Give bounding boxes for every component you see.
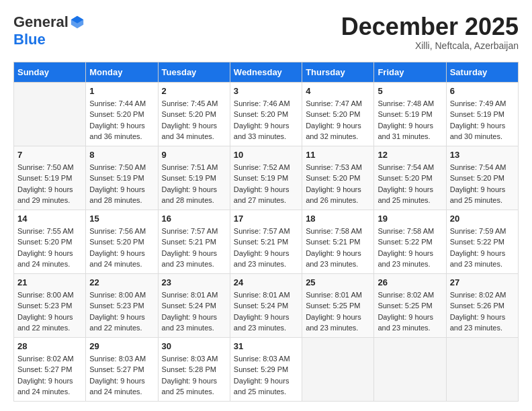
day-number: 5 [378,86,442,96]
day-info: Sunrise: 7:49 AMSunset: 5:19 PMDaylight:… [450,98,515,142]
calendar-cell: 3Sunrise: 7:46 AMSunset: 5:20 PMDaylight… [230,82,302,146]
day-info: Sunrise: 7:56 AMSunset: 5:20 PMDaylight:… [89,226,154,270]
day-number: 10 [234,150,298,160]
calendar-cell: 1Sunrise: 7:44 AMSunset: 5:20 PMDaylight… [86,82,158,146]
calendar-week-row: 7Sunrise: 7:50 AMSunset: 5:19 PMDaylight… [14,146,519,210]
day-number: 26 [378,277,442,287]
day-number: 6 [450,86,515,96]
day-info: Sunrise: 8:01 AMSunset: 5:24 PMDaylight:… [162,289,226,334]
day-info: Sunrise: 7:44 AMSunset: 5:20 PMDaylight:… [89,98,154,142]
logo-blue-text: Blue [13,31,46,48]
day-number: 29 [89,341,154,351]
day-info: Sunrise: 8:01 AMSunset: 5:24 PMDaylight:… [234,289,298,334]
day-header-wednesday: Wednesday [230,62,302,82]
day-info: Sunrise: 7:50 AMSunset: 5:19 PMDaylight:… [89,162,154,206]
calendar-cell: 8Sunrise: 7:50 AMSunset: 5:19 PMDaylight… [86,146,158,210]
calendar-cell: 13Sunrise: 7:54 AMSunset: 5:20 PMDayligh… [446,146,518,210]
day-number: 21 [17,277,82,287]
logo-icon [70,15,85,30]
day-info: Sunrise: 7:54 AMSunset: 5:20 PMDaylight:… [450,162,515,206]
day-info: Sunrise: 7:45 AMSunset: 5:20 PMDaylight:… [162,98,226,142]
calendar-cell: 12Sunrise: 7:54 AMSunset: 5:20 PMDayligh… [374,146,446,210]
location-text: Xilli, Neftcala, Azerbaijan [341,40,519,51]
day-number: 30 [162,341,226,351]
calendar-cell: 5Sunrise: 7:48 AMSunset: 5:19 PMDaylight… [374,82,446,146]
calendar-cell: 7Sunrise: 7:50 AMSunset: 5:19 PMDaylight… [14,146,86,210]
calendar-cell: 2Sunrise: 7:45 AMSunset: 5:20 PMDaylight… [158,82,230,146]
calendar-cell: 10Sunrise: 7:52 AMSunset: 5:19 PMDayligh… [230,146,302,210]
day-number: 23 [162,277,226,287]
day-header-friday: Friday [374,62,446,82]
calendar-cell: 4Sunrise: 7:47 AMSunset: 5:20 PMDaylight… [302,82,374,146]
day-number: 2 [162,86,226,96]
logo: General Blue [13,13,85,48]
day-number: 25 [306,277,370,287]
day-header-monday: Monday [86,62,158,82]
month-title: December 2025 [341,13,519,40]
day-number: 18 [306,214,370,224]
calendar-cell: 21Sunrise: 8:00 AMSunset: 5:23 PMDayligh… [14,273,86,337]
day-info: Sunrise: 8:02 AMSunset: 5:26 PMDaylight:… [450,289,515,334]
day-number: 17 [234,214,298,224]
day-number: 22 [89,277,154,287]
day-info: Sunrise: 8:03 AMSunset: 5:28 PMDaylight:… [162,353,226,398]
day-info: Sunrise: 7:50 AMSunset: 5:19 PMDaylight:… [17,162,82,206]
day-number: 12 [378,150,442,160]
calendar-cell: 23Sunrise: 8:01 AMSunset: 5:24 PMDayligh… [158,273,230,337]
day-info: Sunrise: 7:57 AMSunset: 5:21 PMDaylight:… [162,226,226,270]
calendar-cell: 14Sunrise: 7:55 AMSunset: 5:20 PMDayligh… [14,210,86,273]
day-number: 13 [450,150,515,160]
day-number: 27 [450,277,515,287]
day-number: 20 [450,214,515,224]
calendar-cell: 27Sunrise: 8:02 AMSunset: 5:26 PMDayligh… [446,273,518,337]
calendar-cell: 11Sunrise: 7:53 AMSunset: 5:20 PMDayligh… [302,146,374,210]
day-number: 28 [17,341,82,351]
day-number: 31 [234,341,298,351]
title-block: December 2025 Xilli, Neftcala, Azerbaija… [341,13,519,51]
day-info: Sunrise: 7:54 AMSunset: 5:20 PMDaylight:… [378,162,442,206]
calendar-cell [302,337,374,401]
day-info: Sunrise: 7:51 AMSunset: 5:19 PMDaylight:… [162,162,226,206]
day-info: Sunrise: 7:55 AMSunset: 5:20 PMDaylight:… [17,226,82,270]
day-info: Sunrise: 8:00 AMSunset: 5:23 PMDaylight:… [89,289,154,334]
day-info: Sunrise: 7:52 AMSunset: 5:19 PMDaylight:… [234,162,298,206]
day-header-sunday: Sunday [14,62,86,82]
day-info: Sunrise: 7:53 AMSunset: 5:20 PMDaylight:… [306,162,370,206]
calendar-header-row: SundayMondayTuesdayWednesdayThursdayFrid… [14,62,519,82]
calendar-cell [374,337,446,401]
calendar-week-row: 14Sunrise: 7:55 AMSunset: 5:20 PMDayligh… [14,210,519,273]
calendar-cell: 20Sunrise: 7:59 AMSunset: 5:22 PMDayligh… [446,210,518,273]
day-info: Sunrise: 7:46 AMSunset: 5:20 PMDaylight:… [234,98,298,142]
day-info: Sunrise: 7:59 AMSunset: 5:22 PMDaylight:… [450,226,515,270]
day-number: 11 [306,150,370,160]
day-number: 9 [162,150,226,160]
calendar-week-row: 1Sunrise: 7:44 AMSunset: 5:20 PMDaylight… [14,82,519,146]
calendar-cell: 26Sunrise: 8:02 AMSunset: 5:25 PMDayligh… [374,273,446,337]
calendar-cell: 15Sunrise: 7:56 AMSunset: 5:20 PMDayligh… [86,210,158,273]
day-number: 24 [234,277,298,287]
day-info: Sunrise: 7:48 AMSunset: 5:19 PMDaylight:… [378,98,442,142]
day-info: Sunrise: 8:03 AMSunset: 5:27 PMDaylight:… [89,353,154,398]
calendar-cell: 28Sunrise: 8:02 AMSunset: 5:27 PMDayligh… [14,337,86,401]
day-header-saturday: Saturday [446,62,518,82]
calendar-cell: 6Sunrise: 7:49 AMSunset: 5:19 PMDaylight… [446,82,518,146]
calendar-week-row: 21Sunrise: 8:00 AMSunset: 5:23 PMDayligh… [14,273,519,337]
logo-general-text: General [13,13,69,31]
day-info: Sunrise: 7:58 AMSunset: 5:22 PMDaylight:… [378,226,442,270]
calendar-cell: 19Sunrise: 7:58 AMSunset: 5:22 PMDayligh… [374,210,446,273]
day-number: 19 [378,214,442,224]
calendar-cell: 16Sunrise: 7:57 AMSunset: 5:21 PMDayligh… [158,210,230,273]
day-info: Sunrise: 8:01 AMSunset: 5:25 PMDaylight:… [306,289,370,334]
day-info: Sunrise: 7:57 AMSunset: 5:21 PMDaylight:… [234,226,298,270]
day-info: Sunrise: 8:02 AMSunset: 5:27 PMDaylight:… [17,353,82,398]
day-info: Sunrise: 8:02 AMSunset: 5:25 PMDaylight:… [378,289,442,334]
calendar-week-row: 28Sunrise: 8:02 AMSunset: 5:27 PMDayligh… [14,337,519,401]
calendar-cell: 25Sunrise: 8:01 AMSunset: 5:25 PMDayligh… [302,273,374,337]
day-number: 16 [162,214,226,224]
calendar-cell: 17Sunrise: 7:57 AMSunset: 5:21 PMDayligh… [230,210,302,273]
calendar-cell: 22Sunrise: 8:00 AMSunset: 5:23 PMDayligh… [86,273,158,337]
day-header-thursday: Thursday [302,62,374,82]
day-info: Sunrise: 7:58 AMSunset: 5:21 PMDaylight:… [306,226,370,270]
day-number: 14 [17,214,82,224]
calendar-cell [14,82,86,146]
